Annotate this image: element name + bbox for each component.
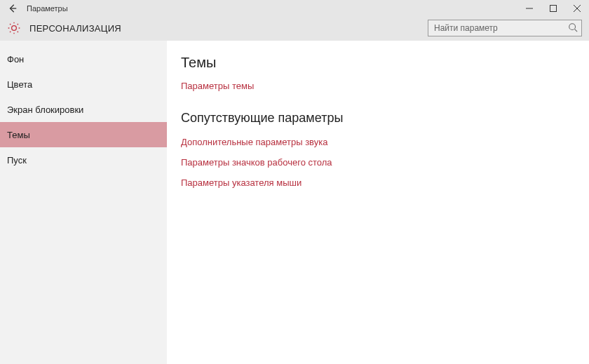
svg-rect-0 (550, 6, 557, 12)
back-button[interactable] (7, 4, 18, 13)
settings-gear-icon (7, 21, 21, 35)
theme-settings-link[interactable]: Параметры темы (181, 81, 589, 91)
minimize-button[interactable] (517, 0, 541, 17)
mouse-pointer-link[interactable]: Параметры указателя мыши (181, 177, 589, 188)
sidebar-item-background[interactable]: Фон (0, 46, 167, 72)
sidebar-item-label: Фон (7, 54, 24, 65)
sidebar-item-label: Темы (7, 130, 30, 140)
sidebar-item-lockscreen[interactable]: Экран блокировки (0, 97, 167, 122)
minimize-icon (526, 5, 533, 12)
sidebar-item-label: Цвета (7, 79, 32, 90)
close-button[interactable] (565, 0, 589, 17)
maximize-icon (550, 5, 557, 12)
window-controls (517, 0, 589, 17)
arrow-left-icon (8, 4, 18, 13)
search-input[interactable] (428, 20, 582, 36)
header-bar: ПЕРСОНАЛИЗАЦИЯ (0, 17, 589, 41)
section-title: ПЕРСОНАЛИЗАЦИЯ (29, 23, 121, 34)
title-bar: Параметры (0, 0, 589, 17)
page-heading: Темы (181, 55, 589, 71)
sidebar-item-label: Пуск (7, 155, 27, 166)
sidebar: Фон Цвета Экран блокировки Темы Пуск (0, 41, 167, 364)
window-title: Параметры (27, 4, 68, 13)
sidebar-item-themes[interactable]: Темы (0, 122, 167, 147)
content-pane: Темы Параметры темы Сопутствующие параме… (167, 41, 589, 364)
sidebar-item-label: Экран блокировки (7, 105, 83, 115)
close-icon (574, 5, 581, 12)
gear-icon (7, 21, 21, 35)
related-heading: Сопутствующие параметры (181, 111, 589, 126)
sidebar-item-colors[interactable]: Цвета (0, 72, 167, 97)
maximize-button[interactable] (541, 0, 565, 17)
sidebar-item-start[interactable]: Пуск (0, 147, 167, 173)
sound-settings-link[interactable]: Дополнительные параметры звука (181, 137, 589, 147)
desktop-icons-link[interactable]: Параметры значков рабочего стола (181, 157, 589, 168)
